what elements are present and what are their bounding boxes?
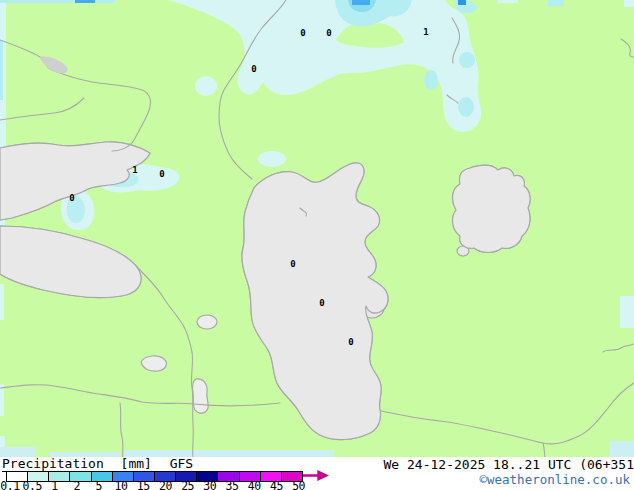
map-area[interactable]: 0010100000: [0, 0, 634, 457]
scale-label: 0.1: [0, 479, 19, 490]
lake-3: [192, 379, 208, 413]
map-value-label: 0: [348, 338, 353, 347]
map-value-label: 0: [326, 29, 331, 38]
scale-label: 5: [96, 479, 102, 490]
weather-map-screenshot: 0010100000 Precipitation [mm] GFS 0.10.5…: [0, 0, 634, 490]
scale-label: 50: [292, 479, 305, 490]
map-value-label: 0: [290, 260, 295, 269]
map-value-label: 1: [132, 166, 137, 175]
scale-labels: 0.10.5125101520253035404550: [0, 479, 340, 490]
map-value-label: 0: [69, 194, 74, 203]
map-value-label: 0: [319, 299, 324, 308]
legend-title-row: Precipitation [mm] GFS: [2, 456, 193, 471]
legend-unit: [mm]: [121, 456, 152, 471]
scale-label: 0.5: [23, 479, 42, 490]
scale-label: 25: [181, 479, 194, 490]
legend-bar: Precipitation [mm] GFS 0.10.512510152025…: [0, 457, 634, 490]
scale-label: 10: [115, 479, 128, 490]
map-value-label: 1: [423, 28, 428, 37]
lake-1: [197, 315, 217, 329]
scale-label: 15: [137, 479, 150, 490]
scale-label: 20: [159, 479, 172, 490]
map-value-label: 0: [159, 170, 164, 179]
copyright-text: ©weatheronline.co.uk: [479, 472, 630, 487]
weather-map-svg: [0, 0, 634, 457]
map-value-label: 0: [300, 29, 305, 38]
legend-title: Precipitation: [2, 456, 104, 472]
map-value-label: 0: [251, 65, 256, 74]
scale-label: 2: [73, 479, 79, 490]
forecast-datetime: We 24-12-2025 18..21 UTC (06+351: [384, 457, 634, 472]
scale-label: 35: [226, 479, 239, 490]
scale-label: 30: [203, 479, 216, 490]
scale-label: 45: [270, 479, 283, 490]
scale-label: 40: [248, 479, 261, 490]
legend-model: GFS: [170, 456, 193, 471]
scale-label: 1: [51, 479, 57, 490]
